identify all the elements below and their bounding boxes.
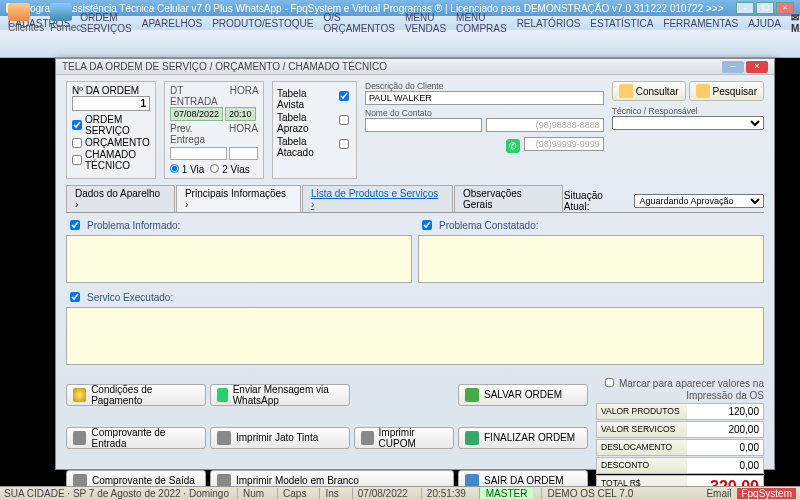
- pesquisar-button[interactable]: Pesquisar: [689, 81, 764, 101]
- main-toolbar: Clientes Fornec: [0, 30, 800, 58]
- problema-constatado-text[interactable]: [418, 235, 764, 283]
- prev-entrega-input[interactable]: [170, 147, 227, 160]
- servico-executado-text[interactable]: [66, 307, 764, 365]
- prev-hora-input[interactable]: [229, 147, 258, 160]
- val-desloc: 0,00: [687, 440, 763, 455]
- status-time: 20:51:39: [421, 488, 471, 499]
- order-no-label: Nº DA ORDEM: [72, 85, 150, 96]
- situacao-label: Situação Atual:: [564, 190, 631, 212]
- email-button[interactable]: ✉ E-MAIL: [791, 12, 800, 34]
- cliente-input[interactable]: [365, 91, 604, 105]
- modal-close[interactable]: ×: [746, 61, 768, 73]
- totals-box: Marcar para aparecer valores na Impressã…: [596, 375, 764, 500]
- order-no-value: 1: [72, 96, 150, 111]
- status-location: SUA CIDADE · SP 7 de Agosto de 2022 · Do…: [4, 488, 229, 499]
- action-col: Consultar Pesquisar Técnico / Responsáve…: [612, 81, 764, 179]
- chk-aprazo[interactable]: [339, 115, 349, 125]
- hora-entrada: 20:10: [225, 107, 256, 121]
- btn-jato[interactable]: Imprimir Jato Tinta: [210, 427, 350, 449]
- modal-titlebar: TELA DA ORDEM DE SERVIÇO / ORÇAMENTO / C…: [56, 59, 774, 75]
- date-box: DT ENTRADAHORA 07/08/202220:10 Prev. Ent…: [164, 81, 264, 179]
- tab-dados-aparelho[interactable]: Dados do Aparelho ›: [66, 185, 175, 212]
- btn-comp-entrada[interactable]: Comprovante de Entrada: [66, 427, 206, 449]
- chk-prob-const[interactable]: [422, 220, 432, 230]
- problema-informado-text[interactable]: [66, 235, 412, 283]
- btn-whatsapp[interactable]: Enviar Mensagem via WhatsApp: [210, 384, 350, 406]
- minimize-button[interactable]: –: [736, 2, 754, 14]
- radio-1via[interactable]: 1 Via: [170, 164, 204, 175]
- chk-marcar-valores[interactable]: [605, 378, 614, 387]
- dt-entrada: 07/08/2022: [170, 107, 223, 121]
- panel-servico-executado: Servico Executado:: [66, 289, 764, 367]
- order-number-box: Nº DA ORDEM 1 ORDEM SERVIÇO ORÇAMENTO CH…: [66, 81, 156, 179]
- btn-salvar[interactable]: SALVAR ORDEM: [458, 384, 588, 406]
- menu-ferramentas[interactable]: FERRAMENTAS: [663, 18, 738, 29]
- status-demo: DEMO OS CEL 7.0: [541, 488, 638, 499]
- tecnico-label: Técnico / Responsável: [612, 106, 764, 116]
- status-fpq[interactable]: FpqSystem: [737, 488, 796, 499]
- status-email[interactable]: Email: [706, 488, 731, 499]
- client-box: Descrição do Cliente Nome do Contato ✆: [365, 81, 604, 179]
- menu-relatorios[interactable]: RELATÓRIOS: [517, 18, 581, 29]
- situacao-select[interactable]: Aguardando Aprovação: [634, 194, 764, 208]
- tabela-box: Tabela Avista Tabela Aprazo Tabela Ataca…: [272, 81, 357, 179]
- panel-problema-informado: Problema Informado:: [66, 217, 412, 285]
- chk-atacado[interactable]: [339, 139, 349, 149]
- tel1-input[interactable]: [486, 118, 603, 132]
- menu-aparelhos[interactable]: APARELHOS: [142, 18, 202, 29]
- chk-chamado[interactable]: CHAMADO TÉCNICO: [72, 149, 150, 171]
- toolbar-fornec[interactable]: Fornec: [50, 3, 81, 33]
- chk-prob-info[interactable]: [70, 220, 80, 230]
- menu-vendas[interactable]: MENU VENDAS: [405, 12, 446, 34]
- contato-input[interactable]: [365, 118, 482, 132]
- menu-produto[interactable]: PRODUTO/ESTOQUE: [212, 18, 313, 29]
- chk-orcamento[interactable]: ORÇAMENTO: [72, 137, 150, 148]
- menu-ajuda[interactable]: AJUDA: [748, 18, 781, 29]
- chk-avista[interactable]: [339, 91, 349, 101]
- maximize-button[interactable]: ☐: [756, 2, 774, 14]
- tabstrip: Dados do Aparelho › Principais Informaçõ…: [66, 185, 764, 213]
- window-buttons: – ☐ ×: [736, 2, 794, 14]
- tecnico-select[interactable]: [612, 116, 764, 130]
- btn-condicoes[interactable]: Condições de Pagamento: [66, 384, 206, 406]
- status-date: 07/08/2022: [352, 488, 413, 499]
- chk-ordem-servico[interactable]: ORDEM SERVIÇO: [72, 114, 150, 136]
- chk-serv-exec[interactable]: [70, 292, 80, 302]
- menu-ordem[interactable]: ORDEM SERVIÇOS: [80, 12, 132, 34]
- panel-problema-constatado: Problema Constatado:: [418, 217, 764, 285]
- workspace: TELA DA ORDEM DE SERVIÇO / ORÇAMENTO / C…: [0, 58, 800, 486]
- toolbar-clientes[interactable]: Clientes: [8, 3, 44, 33]
- val-servicos: 200,00: [687, 422, 763, 437]
- order-modal: TELA DA ORDEM DE SERVIÇO / ORÇAMENTO / C…: [55, 58, 775, 470]
- btn-finalizar[interactable]: FINALIZAR ORDEM: [458, 427, 588, 449]
- radio-2vias[interactable]: 2 Vias: [210, 164, 249, 175]
- val-desconto: 0,00: [687, 458, 763, 473]
- menu-orcamentos[interactable]: O/S ORÇAMENTOS: [323, 12, 394, 34]
- whatsapp-icon[interactable]: ✆: [506, 139, 520, 153]
- main-menubar: CADASTROS ORDEM SERVIÇOS APARELHOS PRODU…: [0, 16, 800, 30]
- statusbar: SUA CIDADE · SP 7 de Agosto de 2022 · Do…: [0, 486, 800, 500]
- modal-title: TELA DA ORDEM DE SERVIÇO / ORÇAMENTO / C…: [62, 61, 387, 72]
- tab-obs[interactable]: Observações Gerais: [454, 185, 563, 212]
- tab-produtos[interactable]: Lista de Produtos e Serviços ›: [302, 185, 453, 212]
- tab-principais[interactable]: Principais Informações ›: [176, 185, 301, 212]
- menu-compras[interactable]: MENU COMPRAS: [456, 12, 507, 34]
- tel2-input[interactable]: [524, 137, 604, 151]
- menu-estatistica[interactable]: ESTATÍSTICA: [590, 18, 653, 29]
- btn-cupom[interactable]: Imprimir CUPOM: [354, 427, 454, 449]
- bottom-buttons: Condições de Pagamento Enviar Mensagem v…: [66, 375, 588, 500]
- modal-minimize[interactable]: –: [722, 61, 744, 73]
- status-master: MASTER: [479, 488, 534, 499]
- consultar-button[interactable]: Consultar: [612, 81, 686, 101]
- val-produtos: 120,00: [687, 404, 763, 419]
